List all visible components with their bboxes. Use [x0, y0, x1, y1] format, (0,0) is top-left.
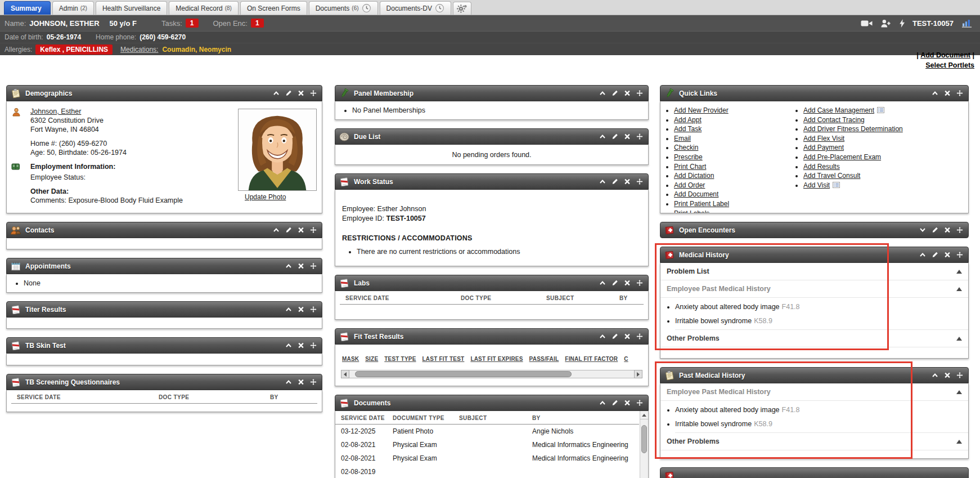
move-icon[interactable]: [310, 379, 317, 385]
work-status-header[interactable]: Work Status: [335, 173, 649, 190]
close-icon[interactable]: [624, 133, 631, 140]
move-icon[interactable]: [956, 252, 963, 258]
quick-link-add-results[interactable]: Add Results: [803, 163, 840, 171]
collapse-triangle-icon[interactable]: [956, 390, 962, 394]
scroll-right-button[interactable]: [634, 370, 642, 378]
quick-links-header[interactable]: Quick Links: [660, 85, 969, 101]
column-header[interactable]: SERVICE DATE: [345, 295, 461, 301]
collapse-icon[interactable]: [599, 178, 606, 185]
demographics-header[interactable]: Demographics: [6, 85, 322, 101]
fit-test-header[interactable]: Fit Test Results: [335, 328, 649, 345]
lightning-bolt-icon[interactable]: [899, 19, 905, 28]
document-row[interactable]: 02-08-2021 Physical Exam Medical Informa…: [335, 438, 639, 452]
quick-link-add-contact-tracing[interactable]: Add Contact Tracing: [803, 116, 865, 124]
close-icon[interactable]: [298, 90, 304, 96]
edit-icon[interactable]: [612, 90, 618, 96]
column-header[interactable]: SIZE: [365, 356, 378, 362]
collapse-triangle-icon[interactable]: [956, 287, 962, 291]
titer-results-header[interactable]: Titer Results: [6, 301, 322, 318]
scroll-up-button[interactable]: [640, 411, 648, 419]
add-person-icon[interactable]: [880, 19, 892, 28]
edit-icon[interactable]: [932, 252, 938, 258]
collapse-icon[interactable]: [285, 306, 292, 312]
quick-link-checkin[interactable]: Checkin: [674, 144, 698, 151]
close-icon[interactable]: [298, 379, 304, 385]
column-header[interactable]: MASK: [342, 356, 359, 362]
close-icon[interactable]: [624, 333, 631, 339]
column-header[interactable]: DOC TYPE: [461, 295, 546, 301]
panel-membership-header[interactable]: Panel Membership: [335, 85, 649, 101]
open-enc-count-badge[interactable]: 1: [251, 19, 264, 28]
select-portlets-link[interactable]: Select Portlets: [925, 61, 974, 69]
tb-screening-header[interactable]: TB Screening Questionnaires: [6, 374, 322, 390]
close-icon[interactable]: [298, 342, 304, 349]
quick-link-add-order[interactable]: Add Order: [674, 181, 705, 189]
move-icon[interactable]: [636, 133, 643, 140]
documents-status-icon[interactable]: [362, 3, 371, 13]
column-header[interactable]: DOC TYPE: [159, 394, 270, 400]
tb-skin-test-header[interactable]: TB Skin Test: [6, 337, 322, 354]
edit-icon[interactable]: [612, 178, 618, 185]
tab-admin[interactable]: Admin(2): [52, 1, 94, 15]
documents-dv-status-icon[interactable]: [435, 3, 444, 13]
tab-settings-gear[interactable]: [453, 2, 471, 15]
quick-link-print-labels[interactable]: Print Labels: [674, 209, 709, 213]
appointments-header[interactable]: Appointments: [6, 258, 322, 274]
list-small-icon[interactable]: [876, 107, 885, 113]
move-icon[interactable]: [636, 178, 643, 185]
fit-test-horizontal-scrollbar[interactable]: [341, 370, 642, 378]
column-header[interactable]: TEST TYPE: [384, 356, 416, 362]
collapse-icon[interactable]: [599, 333, 606, 339]
tab-medical-record[interactable]: Medical Record(8): [169, 1, 239, 15]
quick-link-add-payment[interactable]: Add Payment: [803, 144, 844, 151]
column-header[interactable]: BY: [619, 295, 638, 301]
collapse-icon[interactable]: [932, 90, 938, 96]
scrollbar-thumb[interactable]: [355, 371, 572, 377]
move-icon[interactable]: [310, 342, 317, 349]
add-document-link[interactable]: Add Document: [920, 51, 970, 59]
contacts-header[interactable]: Contacts: [6, 222, 322, 238]
tab-documents-dv[interactable]: Documents-DV: [380, 1, 451, 15]
collapse-icon[interactable]: [599, 133, 606, 140]
documents-vertical-scrollbar[interactable]: [640, 411, 648, 478]
quick-link-add-document[interactable]: Add Document: [674, 190, 718, 198]
collapse-triangle-icon[interactable]: [956, 337, 962, 341]
move-icon[interactable]: [956, 227, 963, 233]
quick-link-email[interactable]: Email: [674, 135, 691, 142]
scrollbar-thumb[interactable]: [641, 425, 647, 453]
partial-portlet-header[interactable]: [660, 467, 969, 478]
edit-icon[interactable]: [932, 227, 938, 233]
column-header[interactable]: SERVICE DATE: [341, 415, 393, 421]
column-header[interactable]: LAST FIT EXPIRES: [470, 356, 523, 362]
collapse-triangle-icon[interactable]: [956, 440, 962, 444]
patient-name-link[interactable]: Johnson, Esther: [30, 108, 81, 115]
close-icon[interactable]: [298, 306, 304, 312]
document-row[interactable]: 03-12-2025 Patient Photo Angie Nichols: [335, 425, 639, 438]
move-icon[interactable]: [310, 263, 317, 269]
quick-link-add-pre-placement-exam[interactable]: Add Pre-Placement Exam: [803, 153, 881, 161]
edit-icon[interactable]: [612, 133, 618, 140]
quick-link-add-visit[interactable]: Add Visit: [803, 181, 830, 189]
move-icon[interactable]: [636, 90, 643, 96]
move-icon[interactable]: [636, 400, 643, 406]
column-header[interactable]: SUBJECT: [546, 295, 619, 301]
collapse-icon[interactable]: [285, 263, 292, 269]
labs-header[interactable]: Labs: [335, 275, 649, 291]
close-icon[interactable]: [624, 400, 631, 406]
move-icon[interactable]: [636, 333, 643, 339]
quick-link-prescribe[interactable]: Prescribe: [674, 153, 703, 161]
tab-documents[interactable]: Documents(6): [309, 1, 378, 15]
close-icon[interactable]: [298, 263, 304, 269]
collapse-icon[interactable]: [599, 90, 606, 96]
quick-link-print-patient-label[interactable]: Print Patient Label: [674, 200, 729, 208]
collapse-icon[interactable]: [273, 90, 280, 96]
document-row[interactable]: 02-08-2021 Physical Exam Medical Informa…: [335, 452, 639, 465]
quick-link-print-chart[interactable]: Print Chart: [674, 163, 706, 171]
quick-link-add-travel-consult[interactable]: Add Travel Consult: [803, 172, 860, 180]
column-header[interactable]: FINAL FIT FACTOR: [565, 356, 618, 362]
due-list-header[interactable]: Due List: [335, 128, 649, 145]
move-icon[interactable]: [310, 90, 317, 96]
column-header[interactable]: SERVICE DATE: [17, 394, 159, 400]
column-header[interactable]: DOCUMENT TYPE: [393, 415, 459, 421]
close-icon[interactable]: [944, 90, 951, 96]
